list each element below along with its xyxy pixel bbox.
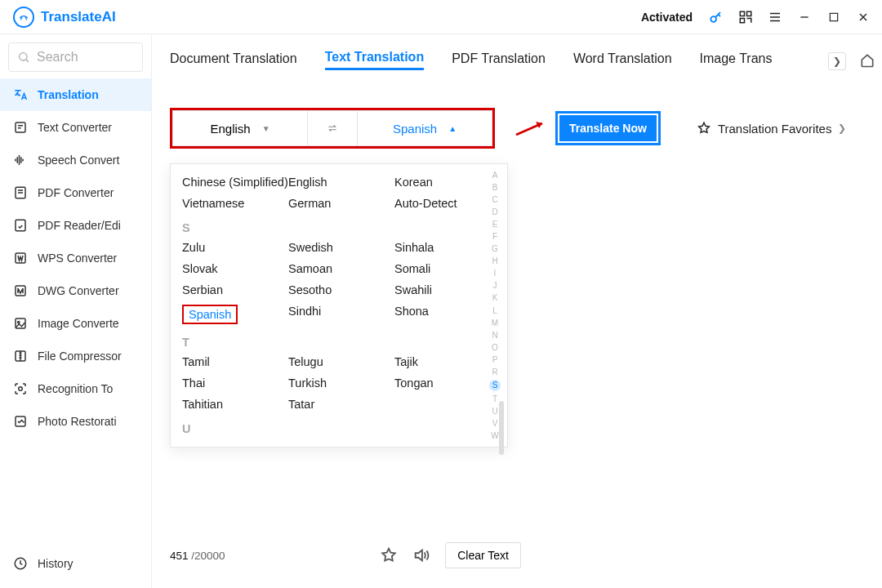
translate-button[interactable]: Translate Now	[559, 115, 657, 141]
favorite-star-icon[interactable]	[380, 546, 398, 564]
home-icon[interactable]	[859, 52, 877, 70]
language-option[interactable]: Turkish	[288, 376, 394, 390]
sidebar-item-text-converter[interactable]: Text Converter	[0, 111, 151, 144]
minimize-icon[interactable]	[795, 8, 813, 26]
sidebar-history[interactable]: History	[0, 547, 151, 580]
tab-pdf-translation[interactable]: PDF Translation	[452, 51, 546, 69]
close-icon[interactable]	[854, 8, 872, 26]
swap-languages-button[interactable]	[308, 110, 357, 146]
alpha-E[interactable]: E	[492, 220, 498, 229]
alpha-N[interactable]: N	[492, 331, 497, 340]
language-option[interactable]: English	[288, 176, 394, 189]
language-option[interactable]: Vietnamese	[182, 197, 288, 210]
language-option[interactable]: Chinese (Simplified)	[182, 176, 288, 189]
language-option[interactable]: Sindhi	[288, 305, 394, 324]
alpha-C[interactable]: C	[492, 195, 497, 204]
search-input[interactable]: Search	[8, 42, 143, 72]
language-option[interactable]: Spanish	[182, 305, 288, 324]
key-icon[interactable]	[707, 8, 725, 26]
svg-point-12	[18, 321, 20, 323]
language-option[interactable]: Tajik	[394, 355, 501, 368]
translation-favorites[interactable]: Translation Favorites ❯	[697, 121, 847, 136]
language-option[interactable]: Zulu	[182, 241, 288, 254]
svg-rect-4	[830, 13, 837, 20]
source-language-select[interactable]: English ▼	[172, 110, 308, 146]
language-option[interactable]: Tahitian	[182, 398, 288, 411]
alpha-J[interactable]: J	[493, 281, 497, 290]
alpha-K[interactable]: K	[492, 293, 498, 302]
alpha-U[interactable]: U	[492, 407, 497, 416]
alpha-B[interactable]: B	[492, 183, 498, 192]
chevron-right-icon: ❯	[838, 122, 846, 134]
alphabet-index: ABCDEFGHIJKLMNOPRSTUVW	[488, 171, 502, 440]
scrollbar-thumb[interactable]	[499, 401, 504, 455]
sidebar-item-pdf-converter[interactable]: PDF Converter	[0, 176, 151, 209]
language-option[interactable]: Swedish	[288, 241, 394, 254]
language-option[interactable]: German	[288, 197, 394, 210]
svg-rect-2	[747, 11, 751, 16]
language-option[interactable]: Somali	[394, 262, 501, 275]
alpha-O[interactable]: O	[492, 343, 498, 352]
qr-icon[interactable]	[737, 8, 755, 26]
sidebar-item-image-converte[interactable]: Image Converte	[0, 307, 151, 340]
alpha-P[interactable]: P	[492, 355, 498, 364]
language-option[interactable]: Serbian	[182, 283, 288, 296]
alpha-A[interactable]: A	[492, 171, 498, 180]
language-option[interactable]: Slovak	[182, 262, 288, 275]
alpha-H[interactable]: H	[492, 256, 497, 265]
alpha-R[interactable]: R	[492, 368, 497, 376]
brand-text: TranslateAI	[41, 9, 116, 25]
pdf-icon	[13, 185, 28, 200]
language-option[interactable]: Auto-Detect	[394, 197, 501, 210]
logo-icon	[13, 7, 34, 28]
language-option[interactable]: Tamil	[182, 355, 288, 368]
search-placeholder: Search	[37, 50, 78, 65]
tab-scroll-right[interactable]: ❯	[828, 52, 846, 70]
brand: TranslateAI	[13, 7, 116, 28]
menu-icon[interactable]	[766, 8, 784, 26]
svg-point-5	[20, 53, 27, 60]
tabs: Document TranslationText TranslationPDF …	[170, 34, 864, 87]
clear-text-button[interactable]: Clear Text	[445, 542, 521, 568]
language-option[interactable]: Swahili	[394, 283, 501, 296]
language-option[interactable]: Telugu	[288, 355, 394, 368]
target-language-select[interactable]: Spanish ▲	[357, 110, 492, 146]
language-option[interactable]	[394, 398, 501, 411]
alpha-T[interactable]: T	[492, 394, 497, 403]
tab-image-trans[interactable]: Image Trans	[700, 51, 773, 69]
language-option[interactable]: Thai	[182, 376, 288, 390]
sidebar-item-file-compressor[interactable]: File Compressor	[0, 340, 151, 372]
sidebar-item-wps-converter[interactable]: WPS Converter	[0, 242, 151, 274]
language-selector-box: English ▼ Spanish ▲	[170, 108, 495, 149]
language-option[interactable]: Shona	[394, 305, 501, 324]
sidebar-item-translation[interactable]: Translation	[0, 78, 151, 111]
alpha-V[interactable]: V	[492, 419, 498, 428]
language-option[interactable]: Sinhala	[394, 241, 501, 254]
alpha-D[interactable]: D	[492, 207, 497, 216]
sidebar-item-dwg-converter[interactable]: DWG Converter	[0, 274, 151, 307]
image-icon	[13, 316, 28, 331]
alpha-W[interactable]: W	[491, 431, 498, 440]
alpha-L[interactable]: L	[492, 306, 497, 315]
speaker-icon[interactable]	[412, 546, 430, 564]
pdfread-icon	[13, 218, 28, 233]
section-S: S	[182, 221, 507, 234]
tab-document-translation[interactable]: Document Translation	[170, 51, 297, 69]
language-option[interactable]: Tatar	[288, 398, 394, 411]
sidebar-item-speech-convert[interactable]: Speech Convert	[0, 144, 151, 176]
sidebar-item-pdf-reader-edi[interactable]: PDF Reader/Edi	[0, 209, 151, 242]
language-option[interactable]: Samoan	[288, 262, 394, 275]
tab-word-translation[interactable]: Word Translation	[573, 51, 672, 69]
language-option[interactable]: Tongan	[394, 376, 501, 390]
sidebar-item-recognition-to[interactable]: Recognition To	[0, 372, 151, 405]
maximize-icon[interactable]	[825, 8, 843, 26]
language-option[interactable]: Sesotho	[288, 283, 394, 296]
tab-text-translation[interactable]: Text Translation	[325, 50, 425, 70]
alpha-F[interactable]: F	[492, 232, 497, 241]
alpha-S[interactable]: S	[489, 380, 501, 391]
alpha-M[interactable]: M	[492, 318, 498, 327]
alpha-I[interactable]: I	[494, 269, 497, 278]
sidebar-item-photo-restorati[interactable]: Photo Restorati	[0, 405, 151, 438]
alpha-G[interactable]: G	[492, 244, 498, 253]
language-option[interactable]: Korean	[394, 176, 501, 189]
